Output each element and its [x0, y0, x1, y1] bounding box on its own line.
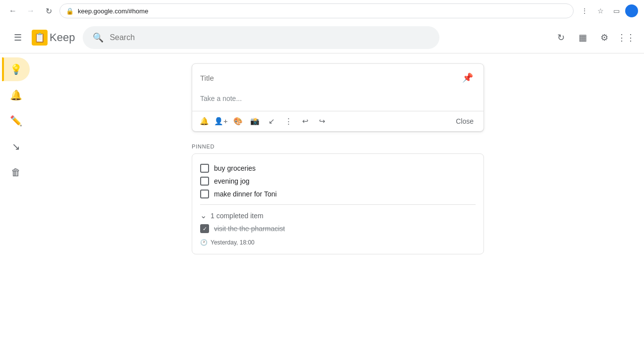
refresh-button[interactable]: ↻	[551, 28, 571, 48]
completed-text-0: visit the the pharmacist	[214, 225, 285, 233]
browser-actions: ⋮ ☆ ▭	[578, 4, 638, 18]
hamburger-button[interactable]: ☰	[8, 28, 28, 48]
browser-toolbar: ← → ↻ 🔒 keep.google.com/#home ⋮ ☆ ▭	[0, 0, 644, 22]
checkbox-0[interactable]	[200, 164, 209, 173]
pinned-section: PINNED buy groceries evening jog make di…	[42, 144, 634, 254]
checklist-text-0: buy groceries	[214, 164, 256, 172]
redo-button[interactable]: ↪	[314, 113, 330, 129]
sidebar-item-edit-labels[interactable]: ✏️	[2, 109, 30, 133]
note-body-row[interactable]: Take a note...	[192, 92, 483, 111]
main-layout: 💡 🔔 ✏️ ↘ 🗑 📌 Take a note...	[0, 53, 644, 338]
close-note-button[interactable]: Close	[450, 113, 480, 129]
back-button[interactable]: ←	[6, 4, 20, 18]
forward-button[interactable]: →	[24, 4, 38, 18]
undo-button[interactable]: ↩	[297, 113, 313, 129]
address-bar[interactable]: 🔒 keep.google.com/#home	[59, 3, 574, 18]
content-area: 📌 Take a note... 🔔 👤+ 🎨 📸	[32, 53, 644, 338]
more-options-button[interactable]: ⋮	[280, 113, 296, 129]
more-vert-icon: ⋮	[285, 117, 292, 126]
note-title-row: 📌	[192, 64, 483, 92]
lightbulb-icon: 💡	[10, 63, 22, 75]
image-button[interactable]: 📸	[247, 113, 263, 129]
checkbox-2[interactable]	[200, 190, 209, 198]
sidebar: 💡 🔔 ✏️ ↘ 🗑	[0, 53, 32, 338]
reload-button[interactable]: ↻	[42, 4, 55, 18]
search-icon: 🔍	[93, 32, 104, 43]
archive-note-icon: ↙	[268, 117, 275, 126]
person-add-icon: 👤+	[214, 117, 228, 126]
checklist-item-2: make dinner for Toni	[200, 188, 476, 200]
redo-icon: ↪	[319, 117, 325, 126]
pinned-note-card: buy groceries evening jog make dinner fo…	[192, 153, 484, 254]
image-icon: 📸	[250, 117, 260, 126]
search-input[interactable]	[109, 33, 429, 42]
remind-me-button[interactable]: 🔔	[196, 113, 212, 129]
checklist-item-0: buy groceries	[200, 162, 476, 175]
bell-icon: 🔔	[10, 89, 22, 101]
note-body-placeholder: Take a note...	[200, 95, 242, 102]
sidebar-item-archive[interactable]: ↘	[2, 135, 30, 158]
layout-toggle-button[interactable]: ▦	[573, 28, 592, 48]
pin-button[interactable]: 📌	[460, 70, 476, 86]
logo-area: 📋 Keep	[32, 30, 75, 46]
pencil-icon: ✏️	[10, 115, 22, 127]
checklist-text-2: make dinner for Toni	[214, 190, 277, 198]
note-title-input[interactable]	[200, 74, 460, 82]
timestamp-text: Yesterday, 18:00	[211, 239, 255, 246]
url-text: keep.google.com/#home	[78, 7, 567, 15]
app-header: ☰ 📋 Keep 🔍 ↻ ▦ ⚙ ⋮⋮	[0, 22, 644, 53]
completed-item-0: visit the the pharmacist	[200, 222, 476, 235]
clock-icon: 🕐	[200, 239, 208, 246]
share-button[interactable]: ⋮	[578, 4, 591, 18]
google-apps-button[interactable]: ⋮⋮	[616, 28, 636, 48]
checklist-item-1: evening jog	[200, 175, 476, 188]
lock-icon: 🔒	[66, 7, 74, 15]
checkbox-1[interactable]	[200, 177, 209, 186]
pin-icon: 📌	[462, 72, 473, 83]
completed-label: 1 completed item	[211, 212, 264, 220]
palette-icon: 🎨	[233, 117, 243, 126]
sidebar-item-notes[interactable]: 💡	[2, 57, 30, 81]
trash-icon: 🗑	[11, 167, 21, 178]
checkbox-completed-0[interactable]	[200, 224, 209, 233]
window-button[interactable]: ▭	[609, 4, 623, 18]
collaborator-button[interactable]: 👤+	[213, 113, 229, 129]
checklist-text-1: evening jog	[214, 177, 250, 185]
browser-chrome: ← → ↻ 🔒 keep.google.com/#home ⋮ ☆ ▭	[0, 0, 644, 22]
color-button[interactable]: 🎨	[230, 113, 246, 129]
chevron-down-icon: ⌄	[200, 211, 207, 220]
bookmark-button[interactable]: ☆	[593, 4, 607, 18]
keep-logo-icon: 📋	[32, 30, 48, 46]
timestamp-row: 🕐 Yesterday, 18:00	[200, 239, 476, 246]
pinned-label: PINNED	[192, 144, 484, 153]
divider	[200, 204, 476, 205]
completed-toggle[interactable]: ⌄ 1 completed item	[200, 209, 476, 222]
profile-avatar[interactable]	[625, 4, 638, 17]
remind-icon: 🔔	[200, 117, 209, 126]
search-bar[interactable]: 🔍	[83, 26, 439, 49]
sidebar-item-trash[interactable]: 🗑	[2, 160, 30, 184]
undo-icon: ↩	[302, 117, 309, 126]
note-create-panel: 📌 Take a note... 🔔 👤+ 🎨 📸	[192, 63, 484, 132]
header-actions: ↻ ▦ ⚙ ⋮⋮	[551, 28, 636, 48]
app-title: Keep	[50, 31, 75, 44]
settings-button[interactable]: ⚙	[594, 28, 614, 48]
archive-note-button[interactable]: ↙	[264, 113, 279, 129]
sidebar-item-reminders[interactable]: 🔔	[2, 83, 30, 107]
note-toolbar: 🔔 👤+ 🎨 📸 ↙ ⋮ ↩	[192, 111, 483, 131]
archive-icon: ↘	[12, 141, 20, 152]
